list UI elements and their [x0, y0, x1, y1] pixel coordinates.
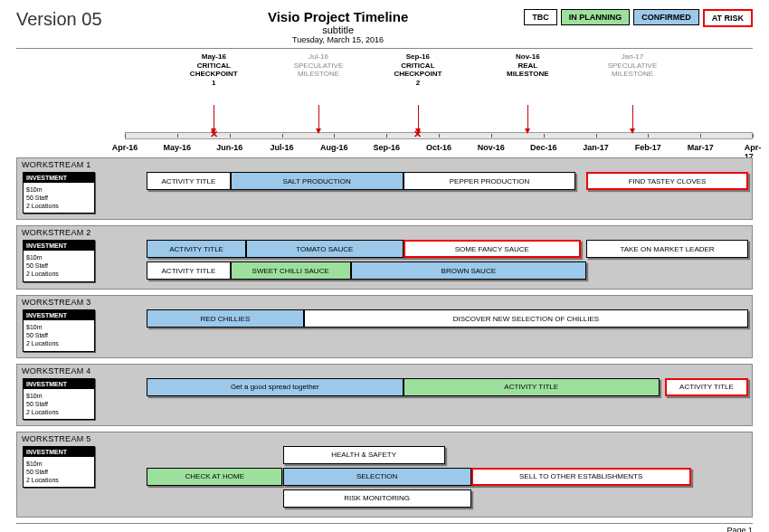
activity-bar: RED CHILLIES [147, 309, 304, 328]
legend-tbc: TBC [524, 9, 557, 25]
milestone-arrow-icon [318, 105, 319, 130]
activity-bar: ACTIVITY TITLE [147, 240, 246, 258]
milestone-label: Nov-16REALMILESTONE [487, 52, 568, 79]
milestone-arrow-icon [632, 105, 633, 130]
activity-bar: SELL TO OTHER ESTABLISHMENTS [471, 468, 691, 486]
activity-bar: PEPPER PRODUCTION [403, 172, 576, 190]
workstream: WORKSTREAM 1INVESTMENT$10m50 Staff2 Loca… [16, 157, 753, 220]
workstream-title: WORKSTREAM 4 [17, 365, 752, 378]
page-date: Tuesday, March 15, 2016 [152, 35, 524, 44]
investment-head: INVESTMENT [24, 241, 94, 251]
lane-area: Get a good spread togetherACTIVITY TITLE… [100, 378, 748, 400]
investment-box: INVESTMENT$10m50 Staff2 Locations [23, 378, 95, 420]
activity-bar: SOME FANCY SAUCE [403, 240, 582, 258]
milestone-x-icon: ✕ [413, 128, 422, 140]
axis-tick: Mar-17 [688, 143, 714, 152]
milestone-x-icon: ✕ [210, 128, 218, 140]
page-title: Visio Project Timeline [152, 9, 524, 24]
activity-bar: HEALTH & SAFETY [283, 446, 445, 464]
investment-body: $10m50 Staff2 Locations [24, 251, 94, 280]
title-block: Visio Project Timeline subtitle Tuesday,… [152, 9, 524, 44]
activity-bar: SWEET CHILLI SAUCE [231, 261, 351, 280]
investment-box: INVESTMENT$10m50 Staff2 Locations [23, 446, 95, 488]
page-footer: Page 1 [16, 523, 753, 532]
lane-area: RED CHILLIESDISCOVER NEW SELECTION OF CH… [100, 309, 748, 331]
activity-bar: CHECK AT HOME [147, 468, 282, 486]
milestone-label: Jul-16SPECULATIVEMILESTONE [278, 52, 359, 79]
investment-head: INVESTMENT [24, 379, 94, 389]
workstream-title: WORKSTREAM 2 [17, 226, 752, 240]
page-subtitle: subtitle [152, 24, 524, 35]
axis-tick: Jul-16 [270, 143, 293, 152]
activity-bar: Get a good spread together [147, 378, 403, 396]
header: Version 05 Visio Project Timeline subtit… [16, 9, 753, 49]
axis-tick: Oct-16 [426, 143, 451, 152]
activity-bar: ACTIVITY TITLE [147, 261, 231, 280]
legend: TBC IN PLANNING CONFIRMED AT RISK [524, 9, 753, 27]
investment-body: $10m50 Staff2 Locations [24, 457, 94, 487]
axis-tick: Jun-16 [216, 143, 242, 152]
investment-box: INVESTMENT$10m50 Staff2 Locations [23, 309, 95, 351]
activity-bar: FIND TASTEY CLOVES [586, 172, 748, 190]
workstream: WORKSTREAM 4INVESTMENT$10m50 Staff2 Loca… [16, 364, 753, 426]
lane-row: ACTIVITY TITLETOMATO SAUCESOME FANCY SAU… [100, 240, 748, 258]
axis-tick: Dec-16 [530, 143, 557, 152]
workstream-title: WORKSTREAM 1 [17, 158, 752, 172]
axis-tick: Apr-16 [112, 143, 138, 152]
legend-planning: IN PLANNING [561, 9, 631, 25]
axis-tick: Nov-16 [478, 143, 505, 152]
workstream: WORKSTREAM 3INVESTMENT$10m50 Staff2 Loca… [16, 295, 753, 357]
investment-head: INVESTMENT [24, 447, 94, 457]
activity-bar: ACTIVITY TITLE [147, 172, 231, 190]
activity-bar: TOMATO SAUCE [246, 240, 403, 258]
lane-row: Get a good spread togetherACTIVITY TITLE… [100, 378, 748, 396]
investment-body: $10m50 Staff2 Locations [24, 183, 94, 213]
milestone-arrow-icon [527, 105, 528, 130]
tick-row: Apr-16May-16Jun-16Jul-16Aug-16Sep-16Oct-… [125, 141, 753, 154]
lane-row: HEALTH & SAFETY [100, 446, 748, 464]
investment-body: $10m50 Staff2 Locations [24, 320, 94, 350]
axis-tick: May-16 [164, 143, 192, 152]
investment-head: INVESTMENT [24, 173, 94, 183]
workstream: WORKSTREAM 2INVESTMENT$10m50 Staff2 Loca… [16, 225, 753, 290]
lane-row: RISK MONITORING [100, 489, 748, 508]
milestone-arrow-icon [214, 105, 214, 130]
lane-row: CHECK AT HOMESELECTIONSELL TO OTHER ESTA… [100, 468, 748, 486]
activity-bar: RISK MONITORING [283, 489, 471, 508]
version-label: Version 05 [16, 9, 152, 30]
axis-tick: Jan-17 [583, 143, 609, 152]
legend-risk: AT RISK [703, 9, 753, 27]
milestone-label: Sep-16CRITICALCHECKPOINT2 [377, 52, 459, 87]
activity-bar: DISCOVER NEW SELECTION OF CHILLIES [304, 309, 749, 328]
milestone-label: Jan-17SPECULATIVEMILESTONE [592, 52, 673, 79]
axis-tick: Feb-17 [635, 143, 661, 152]
axis-tick: Sep-16 [373, 143, 400, 152]
lane-area: ACTIVITY TITLETOMATO SAUCESOME FANCY SAU… [100, 240, 748, 283]
lane-area: ACTIVITY TITLESALT PRODUCTIONPEPPER PROD… [100, 172, 748, 194]
milestone-label: May-16CRITICALCHECKPOINT1 [173, 52, 254, 87]
workstream-title: WORKSTREAM 3 [17, 296, 752, 309]
lane-area: HEALTH & SAFETYCHECK AT HOMESELECTIONSEL… [100, 446, 748, 511]
activity-bar: TAKE ON MARKET LEADER [586, 240, 748, 258]
activity-bar: ACTIVITY TITLE [403, 378, 660, 396]
investment-body: $10m50 Staff2 Locations [24, 389, 94, 419]
legend-confirmed: CONFIRMED [633, 9, 699, 25]
workstream-title: WORKSTREAM 5 [17, 432, 752, 446]
activity-bar: BROWN SAUCE [351, 261, 586, 280]
axis-tick: Aug-16 [320, 143, 348, 152]
activity-bar: SELECTION [283, 468, 471, 486]
investment-head: INVESTMENT [24, 310, 94, 320]
workstream: WORKSTREAM 5INVESTMENT$10m50 Staff2 Loca… [16, 432, 753, 518]
investment-box: INVESTMENT$10m50 Staff2 Locations [23, 172, 95, 214]
lane-row: ACTIVITY TITLESWEET CHILLI SAUCEBROWN SA… [100, 261, 748, 280]
milestone-arrow-icon [418, 105, 419, 130]
timeline-axis-zone: May-16CRITICALCHECKPOINT1Jul-16SPECULATI… [16, 52, 753, 152]
activity-bar: SALT PRODUCTION [231, 172, 403, 190]
activity-bar: ACTIVITY TITLE [665, 378, 749, 396]
investment-box: INVESTMENT$10m50 Staff2 Locations [23, 240, 95, 281]
lane-row: RED CHILLIESDISCOVER NEW SELECTION OF CH… [100, 309, 748, 328]
lane-row: ACTIVITY TITLESALT PRODUCTIONPEPPER PROD… [100, 172, 748, 190]
